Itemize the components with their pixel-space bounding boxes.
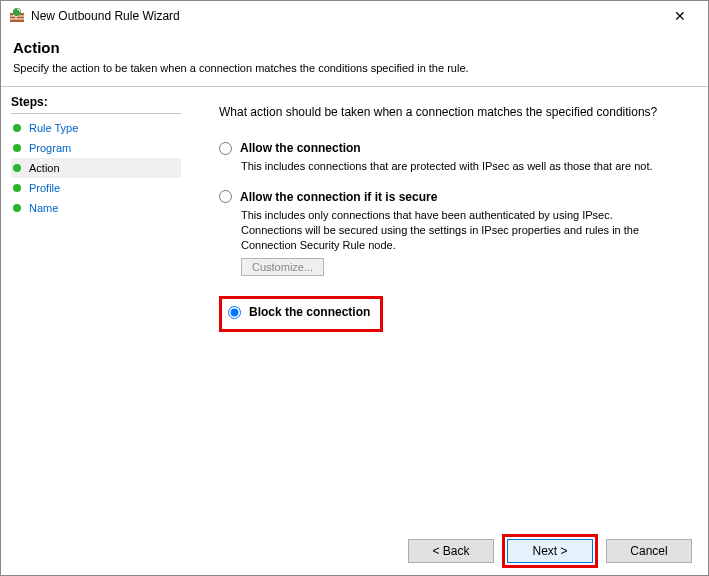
wizard-footer: < Back Next > Cancel [1,527,708,575]
step-action[interactable]: Action [11,158,181,178]
bullet-icon [13,124,21,132]
wizard-header: Action Specify the action to be taken wh… [1,31,708,86]
step-label[interactable]: Program [29,142,71,154]
prompt-text: What action should be taken when a conne… [219,105,686,119]
step-label[interactable]: Profile [29,182,60,194]
step-profile[interactable]: Profile [11,178,181,198]
step-label: Action [29,162,60,174]
highlight-block: Block the connection [219,296,383,332]
customize-button: Customize... [241,258,324,276]
bullet-icon [13,204,21,212]
steps-title: Steps: [11,93,181,114]
option-block-row[interactable]: Block the connection [228,305,370,319]
window-title: New Outbound Rule Wizard [31,9,660,23]
bullet-icon [13,144,21,152]
option-allow: Allow the connection This includes conne… [219,141,686,174]
radio-block[interactable] [228,306,241,319]
option-allow-title: Allow the connection [240,141,361,155]
step-label[interactable]: Name [29,202,58,214]
option-block: Block the connection [228,305,370,319]
step-label[interactable]: Rule Type [29,122,78,134]
close-icon[interactable]: ✕ [660,8,700,24]
option-allow-secure-title: Allow the connection if it is secure [240,190,437,204]
bullet-icon [13,184,21,192]
back-button[interactable]: < Back [408,539,494,563]
radio-allow[interactable] [219,142,232,155]
highlight-next: Next > [502,534,598,568]
option-allow-secure-desc: This includes only connections that have… [241,208,661,253]
radio-allow-secure[interactable] [219,190,232,203]
option-allow-row[interactable]: Allow the connection [219,141,686,155]
bullet-icon [13,164,21,172]
option-allow-secure-row[interactable]: Allow the connection if it is secure [219,190,686,204]
step-rule-type[interactable]: Rule Type [11,118,181,138]
page-description: Specify the action to be taken when a co… [13,62,696,74]
step-name[interactable]: Name [11,198,181,218]
wizard-main: What action should be taken when a conne… [191,87,708,527]
titlebar: New Outbound Rule Wizard ✕ [1,1,708,31]
firewall-icon [9,8,25,24]
steps-sidebar: Steps: Rule Type Program Action Profile … [1,87,191,527]
next-button[interactable]: Next > [507,539,593,563]
wizard-body: Steps: Rule Type Program Action Profile … [1,87,708,527]
cancel-button[interactable]: Cancel [606,539,692,563]
step-program[interactable]: Program [11,138,181,158]
option-allow-desc: This includes connections that are prote… [241,159,661,174]
page-title: Action [13,39,696,56]
option-allow-secure: Allow the connection if it is secure Thi… [219,190,686,277]
option-block-title: Block the connection [249,305,370,319]
